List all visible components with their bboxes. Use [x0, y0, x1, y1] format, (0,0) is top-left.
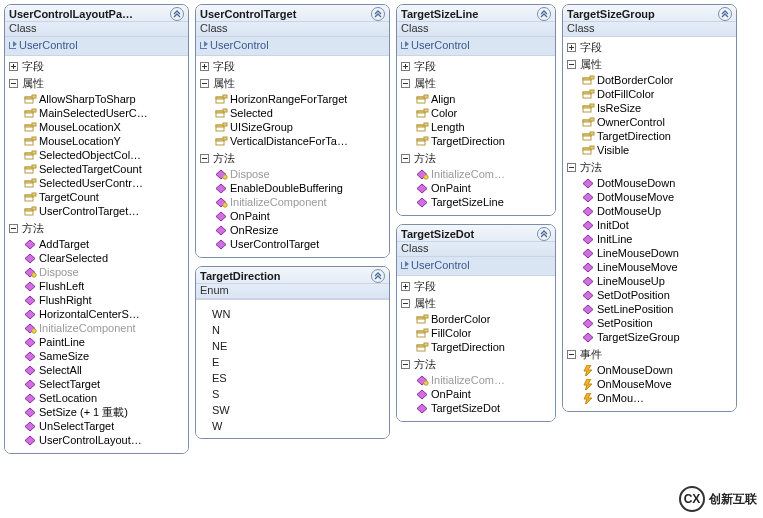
- member-item[interactable]: OnResize: [214, 223, 387, 237]
- member-item[interactable]: DotMouseUp: [581, 204, 734, 218]
- member-item[interactable]: SelectTarget: [23, 377, 186, 391]
- fields-section-toggle[interactable]: 字段: [399, 278, 553, 295]
- member-item[interactable]: InitializeComponent: [23, 321, 186, 335]
- member-item[interactable]: HorizonRangeForTarget: [214, 92, 387, 106]
- member-item[interactable]: TargetSizeLine: [415, 195, 553, 209]
- member-item[interactable]: SelectedTargetCount: [23, 162, 186, 176]
- member-item[interactable]: OnMouseDown: [581, 363, 734, 377]
- methods-section-toggle[interactable]: 方法: [565, 159, 734, 176]
- member-item[interactable]: UnSelectTarget: [23, 419, 186, 433]
- member-item[interactable]: Selected: [214, 106, 387, 120]
- properties-section-toggle[interactable]: 属性: [399, 295, 553, 312]
- member-item[interactable]: SameSize: [23, 349, 186, 363]
- enum-value[interactable]: E: [212, 354, 385, 370]
- member-item[interactable]: InitLine: [581, 232, 734, 246]
- member-item[interactable]: TargetDirection: [581, 129, 734, 143]
- collapse-icon[interactable]: [371, 269, 385, 283]
- member-item[interactable]: SetLinePosition: [581, 302, 734, 316]
- methods-section-toggle[interactable]: 方法: [399, 150, 553, 167]
- member-item[interactable]: InitializeCom…: [415, 167, 553, 181]
- member-item[interactable]: MouseLocationY: [23, 134, 186, 148]
- member-item[interactable]: Align: [415, 92, 553, 106]
- member-item[interactable]: LineMouseDown: [581, 246, 734, 260]
- member-item[interactable]: TargetDirection: [415, 340, 553, 354]
- member-item[interactable]: InitDot: [581, 218, 734, 232]
- enum-value[interactable]: NE: [212, 338, 385, 354]
- enum-value[interactable]: W: [212, 418, 385, 434]
- methods-section-toggle[interactable]: 方法: [198, 150, 387, 167]
- member-item[interactable]: Dispose: [23, 265, 186, 279]
- member-item[interactable]: TargetCount: [23, 190, 186, 204]
- methods-section-toggle[interactable]: 方法: [399, 356, 553, 373]
- properties-section-toggle[interactable]: 属性: [399, 75, 553, 92]
- member-item[interactable]: OnPaint: [415, 181, 553, 195]
- member-item[interactable]: InitializeComponent: [214, 195, 387, 209]
- member-item[interactable]: IsReSize: [581, 101, 734, 115]
- member-item[interactable]: SelectedUserContr…: [23, 176, 186, 190]
- member-item[interactable]: TargetSizeGroup: [581, 330, 734, 344]
- member-item[interactable]: DotMouseMove: [581, 190, 734, 204]
- member-item[interactable]: DotBorderColor: [581, 73, 734, 87]
- fields-section-toggle[interactable]: 字段: [399, 58, 553, 75]
- member-item[interactable]: SetPosition: [581, 316, 734, 330]
- member-item[interactable]: MainSelectedUserC…: [23, 106, 186, 120]
- member-item[interactable]: LineMouseMove: [581, 260, 734, 274]
- member-item[interactable]: FillColor: [415, 326, 553, 340]
- member-item[interactable]: OwnerControl: [581, 115, 734, 129]
- member-item[interactable]: TargetSizeDot: [415, 401, 553, 415]
- collapse-icon[interactable]: [371, 7, 385, 21]
- properties-section-toggle[interactable]: 属性: [198, 75, 387, 92]
- member-item[interactable]: UserControlTarget…: [23, 204, 186, 218]
- collapse-icon[interactable]: [537, 227, 551, 241]
- events-section-toggle[interactable]: 事件: [565, 346, 734, 363]
- fields-section-toggle[interactable]: 字段: [7, 58, 186, 75]
- member-item[interactable]: Visible: [581, 143, 734, 157]
- member-item[interactable]: UserControlTarget: [214, 237, 387, 251]
- fields-section-toggle[interactable]: 字段: [565, 39, 734, 56]
- enum-box-targetdirection[interactable]: TargetDirection Enum WNNNEEESSSWW: [195, 266, 390, 439]
- enum-value[interactable]: N: [212, 322, 385, 338]
- member-item[interactable]: HorizontalCenterS…: [23, 307, 186, 321]
- member-item[interactable]: AddTarget: [23, 237, 186, 251]
- member-item[interactable]: MouseLocationX: [23, 120, 186, 134]
- collapse-icon[interactable]: [718, 7, 732, 21]
- enum-value[interactable]: SW: [212, 402, 385, 418]
- member-item[interactable]: ClearSelected: [23, 251, 186, 265]
- member-item[interactable]: EnableDoubleBuffering: [214, 181, 387, 195]
- member-item[interactable]: VerticalDistanceForTa…: [214, 134, 387, 148]
- class-box-targetsizedot[interactable]: TargetSizeDot Class UserControl 字段 属性 Bo…: [396, 224, 556, 422]
- member-item[interactable]: LineMouseUp: [581, 274, 734, 288]
- member-item[interactable]: AllowSharpToSharp: [23, 92, 186, 106]
- properties-section-toggle[interactable]: 属性: [7, 75, 186, 92]
- member-item[interactable]: PaintLine: [23, 335, 186, 349]
- member-item[interactable]: FlushRight: [23, 293, 186, 307]
- member-item[interactable]: SetLocation: [23, 391, 186, 405]
- member-item[interactable]: OnPaint: [415, 387, 553, 401]
- member-item[interactable]: SelectedObjectCol…: [23, 148, 186, 162]
- member-item[interactable]: SetSize (+ 1 重載): [23, 405, 186, 419]
- class-diagram-canvas[interactable]: UserControlLayoutPa… Class UserControl 字…: [4, 4, 759, 454]
- member-item[interactable]: OnMouseMove: [581, 377, 734, 391]
- class-box-targetsizegroup[interactable]: TargetSizeGroup Class 字段 属性 DotBorderCol…: [562, 4, 737, 412]
- collapse-icon[interactable]: [537, 7, 551, 21]
- class-box-usercontroltarget[interactable]: UserControlTarget Class UserControl 字段 属…: [195, 4, 390, 258]
- member-item[interactable]: UserControlLayout…: [23, 433, 186, 447]
- fields-section-toggle[interactable]: 字段: [198, 58, 387, 75]
- properties-section-toggle[interactable]: 属性: [565, 56, 734, 73]
- member-item[interactable]: TargetDirection: [415, 134, 553, 148]
- enum-value[interactable]: WN: [212, 306, 385, 322]
- base-class-link[interactable]: UserControl: [5, 37, 188, 56]
- member-item[interactable]: BorderColor: [415, 312, 553, 326]
- member-item[interactable]: DotFillColor: [581, 87, 734, 101]
- enum-value[interactable]: ES: [212, 370, 385, 386]
- member-item[interactable]: SetDotPosition: [581, 288, 734, 302]
- member-item[interactable]: Length: [415, 120, 553, 134]
- member-item[interactable]: InitializeCom…: [415, 373, 553, 387]
- class-box-usercontrollayoutpanel[interactable]: UserControlLayoutPa… Class UserControl 字…: [4, 4, 189, 454]
- methods-section-toggle[interactable]: 方法: [7, 220, 186, 237]
- member-item[interactable]: Dispose: [214, 167, 387, 181]
- member-item[interactable]: OnMou…: [581, 391, 734, 405]
- base-class-link[interactable]: UserControl: [397, 257, 555, 276]
- member-item[interactable]: FlushLeft: [23, 279, 186, 293]
- collapse-icon[interactable]: [170, 7, 184, 21]
